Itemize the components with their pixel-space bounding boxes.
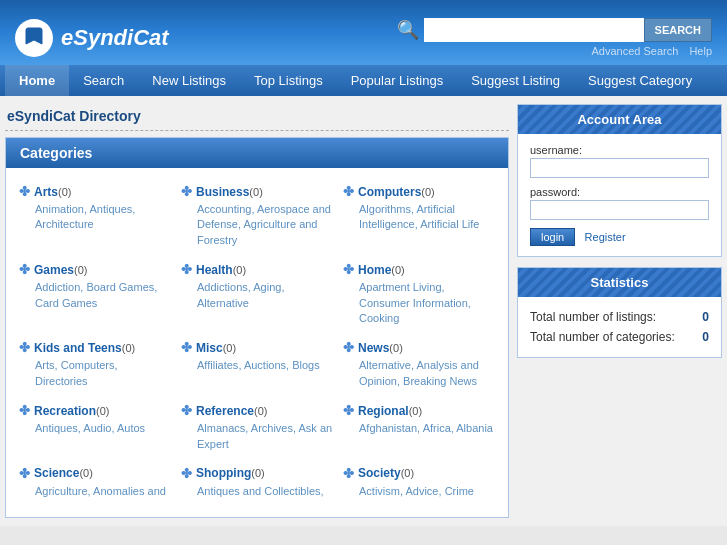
subcategory-link[interactable]: Board Games xyxy=(86,281,154,293)
category-header: ✤Kids and Teens (0) xyxy=(19,340,171,355)
category-name-link[interactable]: News xyxy=(358,341,389,355)
main-content: eSyndiCat Directory Categories ✤Arts (0)… xyxy=(0,96,727,526)
subcategory-link[interactable]: Addictions xyxy=(197,281,248,293)
category-name-link[interactable]: Home xyxy=(358,263,391,277)
subcategory-link[interactable]: Activism xyxy=(359,485,400,497)
subcategory-link[interactable]: Card Games xyxy=(35,297,97,309)
nav-home[interactable]: Home xyxy=(5,65,69,96)
stat-listings-row: Total number of listings: 0 xyxy=(530,307,709,327)
category-name-link[interactable]: Arts xyxy=(34,185,58,199)
category-name-link[interactable]: Computers xyxy=(358,185,421,199)
subcategory-link[interactable]: Architecture xyxy=(35,218,94,230)
subcategory-link[interactable]: Africa xyxy=(423,422,451,434)
subcategory-link[interactable]: Affiliates xyxy=(197,359,238,371)
subcategory-link[interactable]: Artificial Life xyxy=(420,218,479,230)
category-name-link[interactable]: Reference xyxy=(196,404,254,418)
category-cross-icon: ✤ xyxy=(343,403,354,418)
category-header: ✤News (0) xyxy=(343,340,495,355)
search-button[interactable]: SEARCH xyxy=(644,18,712,42)
subcategory-link[interactable]: Anomalies and xyxy=(93,485,166,497)
nav-suggest-listing[interactable]: Suggest Listing xyxy=(457,65,574,96)
stat-categories-row: Total number of categories: 0 xyxy=(530,327,709,347)
header: eSyndiCat 🔍 SEARCH Advanced Search Help xyxy=(0,0,727,65)
category-name-link[interactable]: Science xyxy=(34,466,79,480)
category-cell: ✤Computers (0)Algorithms, Artificial Int… xyxy=(338,178,500,256)
advanced-search-link[interactable]: Advanced Search xyxy=(591,45,678,57)
subcategory-link[interactable]: Directories xyxy=(35,375,88,387)
subcategory-link[interactable]: Alternative xyxy=(359,359,411,371)
category-name-link[interactable]: Games xyxy=(34,263,74,277)
subcategory-link[interactable]: Breaking News xyxy=(403,375,477,387)
category-subcategories: Apartment Living, Consumer Information, … xyxy=(343,280,495,326)
category-subcategories: Alternative, Analysis and Opinion, Break… xyxy=(343,358,495,389)
category-subcategories: Afghanistan, Africa, Albania xyxy=(343,421,495,436)
category-count: (0) xyxy=(254,405,267,417)
subcategory-link[interactable]: Antiques and Collectibles, xyxy=(197,485,324,497)
nav-popular-listings[interactable]: Popular Listings xyxy=(337,65,458,96)
subcategory-link[interactable]: Antiques xyxy=(89,203,132,215)
subcategory-link[interactable]: Crime xyxy=(445,485,474,497)
category-header: ✤Home (0) xyxy=(343,262,495,277)
help-link[interactable]: Help xyxy=(689,45,712,57)
subcategory-link[interactable]: Agriculture xyxy=(35,485,88,497)
subcategory-link[interactable]: Advice xyxy=(405,485,438,497)
category-count: (0) xyxy=(122,342,135,354)
subcategory-link[interactable]: Archives xyxy=(251,422,293,434)
category-name-link[interactable]: Recreation xyxy=(34,404,96,418)
subcategory-link[interactable]: Autos xyxy=(117,422,145,434)
category-cell: ✤Arts (0)Animation, Antiques, Architectu… xyxy=(14,178,176,256)
category-cell: ✤Shopping (0)Antiques and Collectibles, xyxy=(176,460,338,507)
subcategory-link[interactable]: Auctions xyxy=(244,359,286,371)
category-cross-icon: ✤ xyxy=(343,340,354,355)
username-label: username: xyxy=(530,144,709,156)
subcategory-link[interactable]: Apartment Living xyxy=(359,281,442,293)
nav-new-listings[interactable]: New Listings xyxy=(138,65,240,96)
search-links: Advanced Search Help xyxy=(583,45,712,57)
search-input[interactable] xyxy=(424,18,644,42)
subcategory-link[interactable]: Animation xyxy=(35,203,84,215)
subcategory-link[interactable]: Accounting xyxy=(197,203,251,215)
subcategory-link[interactable]: Albania xyxy=(456,422,493,434)
subcategory-link[interactable]: Arts xyxy=(35,359,55,371)
login-button[interactable]: login xyxy=(530,228,575,246)
subcategory-link[interactable]: Aging xyxy=(253,281,281,293)
category-count: (0) xyxy=(74,264,87,276)
category-subcategories: Addiction, Board Games, Card Games xyxy=(19,280,171,311)
category-cell: ✤Business (0)Accounting, Aerospace and D… xyxy=(176,178,338,256)
subcategory-link[interactable]: Algorithms xyxy=(359,203,411,215)
subcategory-link[interactable]: Afghanistan xyxy=(359,422,417,434)
category-subcategories: Addictions, Aging, Alternative xyxy=(181,280,333,311)
category-count: (0) xyxy=(249,186,262,198)
category-name-link[interactable]: Business xyxy=(196,185,249,199)
subcategory-link[interactable]: Alternative xyxy=(197,297,249,309)
category-name-link[interactable]: Health xyxy=(196,263,233,277)
register-link[interactable]: Register xyxy=(585,231,626,243)
category-cross-icon: ✤ xyxy=(19,262,30,277)
right-column: Account Area username: password: login R… xyxy=(517,96,727,526)
account-area-header: Account Area xyxy=(518,105,721,134)
subcategory-link[interactable]: Consumer Information xyxy=(359,297,468,309)
subcategory-link[interactable]: Almanacs xyxy=(197,422,245,434)
category-count: (0) xyxy=(389,342,402,354)
category-name-link[interactable]: Misc xyxy=(196,341,223,355)
logo: eSyndiCat xyxy=(15,19,169,57)
subcategory-link[interactable]: Cooking xyxy=(359,312,399,324)
category-header: ✤Society (0) xyxy=(343,466,495,481)
nav-suggest-category[interactable]: Suggest Category xyxy=(574,65,706,96)
category-name-link[interactable]: Regional xyxy=(358,404,409,418)
subcategory-link[interactable]: Antiques xyxy=(35,422,78,434)
category-cell: ✤Kids and Teens (0)Arts, Computers, Dire… xyxy=(14,334,176,397)
password-input[interactable] xyxy=(530,200,709,220)
category-name-link[interactable]: Kids and Teens xyxy=(34,341,122,355)
subcategory-link[interactable]: Blogs xyxy=(292,359,320,371)
subcategory-link[interactable]: Addiction xyxy=(35,281,80,293)
search-magnify-icon: 🔍 xyxy=(397,19,419,41)
username-input[interactable] xyxy=(530,158,709,178)
nav-search[interactable]: Search xyxy=(69,65,138,96)
category-name-link[interactable]: Shopping xyxy=(196,466,251,480)
category-subcategories: Animation, Antiques, Architecture xyxy=(19,202,171,233)
subcategory-link[interactable]: Computers xyxy=(61,359,115,371)
nav-top-listings[interactable]: Top Listings xyxy=(240,65,337,96)
subcategory-link[interactable]: Audio xyxy=(83,422,111,434)
category-name-link[interactable]: Society xyxy=(358,466,401,480)
